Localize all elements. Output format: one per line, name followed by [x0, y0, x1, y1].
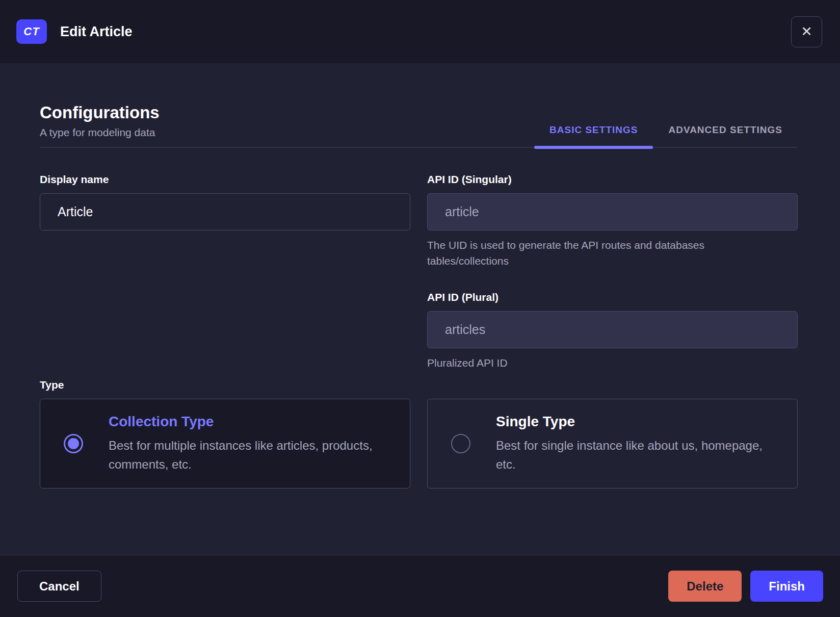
api-id-singular-field: API ID (Singular) The UID is used to gen… — [427, 173, 798, 269]
finish-button[interactable]: Finish — [750, 571, 823, 602]
type-cards: Collection Type Best for multiple instan… — [40, 399, 798, 489]
api-id-singular-label: API ID (Singular) — [427, 173, 798, 186]
cancel-button[interactable]: Cancel — [17, 571, 101, 602]
api-id-plural-label: API ID (Plural) — [427, 291, 798, 303]
modal-header: CT Edit Article ✕ — [0, 0, 840, 63]
right-column: API ID (Singular) The UID is used to gen… — [427, 173, 798, 371]
single-type-description: Best for single instance like about us, … — [496, 436, 774, 474]
close-button[interactable]: ✕ — [791, 16, 822, 47]
collection-type-title: Collection Type — [109, 414, 386, 430]
type-section: Type Collection Type Best for multiple i… — [40, 379, 798, 489]
section-head-row: Configurations A type for modeling data … — [40, 103, 798, 148]
configuration-form: Display name API ID (Singular) The UID i… — [40, 173, 798, 371]
radio-dot-icon — [68, 438, 79, 449]
left-column: Display name — [40, 173, 410, 371]
collection-type-radio[interactable] — [64, 434, 83, 453]
section-subtitle: A type for modeling data — [40, 126, 160, 139]
type-label: Type — [40, 379, 798, 391]
section-title: Configurations — [40, 103, 160, 122]
api-id-plural-hint: Pluralized API ID — [427, 355, 764, 371]
delete-button[interactable]: Delete — [668, 571, 742, 602]
modal-title: Edit Article — [60, 24, 133, 40]
collection-type-description: Best for multiple instances like article… — [109, 436, 386, 474]
single-type-title: Single Type — [496, 414, 774, 430]
section-titles: Configurations A type for modeling data — [40, 103, 160, 147]
collection-type-text: Collection Type Best for multiple instan… — [109, 414, 386, 474]
content-type-badge-icon: CT — [16, 19, 47, 44]
single-type-card[interactable]: Single Type Best for single instance lik… — [427, 399, 798, 489]
display-name-input[interactable] — [40, 193, 410, 230]
modal-body: Configurations A type for modeling data … — [0, 63, 840, 555]
collection-type-card[interactable]: Collection Type Best for multiple instan… — [40, 399, 410, 489]
modal-footer: Cancel Delete Finish — [0, 555, 840, 617]
single-type-text: Single Type Best for single instance lik… — [496, 414, 774, 474]
close-icon: ✕ — [801, 25, 812, 39]
tab-basic-settings[interactable]: BASIC SETTINGS — [534, 124, 653, 147]
single-type-radio[interactable] — [451, 434, 470, 453]
api-id-singular-hint: The UID is used to generate the API rout… — [427, 237, 764, 269]
api-id-singular-input — [427, 193, 798, 230]
settings-tabs: BASIC SETTINGS ADVANCED SETTINGS — [534, 124, 798, 147]
api-id-plural-field: API ID (Plural) Pluralized API ID — [427, 291, 798, 371]
display-name-label: Display name — [40, 173, 410, 186]
api-id-plural-input — [427, 311, 798, 348]
tab-advanced-settings[interactable]: ADVANCED SETTINGS — [653, 124, 798, 147]
edit-content-type-modal: CT Edit Article ✕ Configurations A type … — [0, 0, 840, 617]
